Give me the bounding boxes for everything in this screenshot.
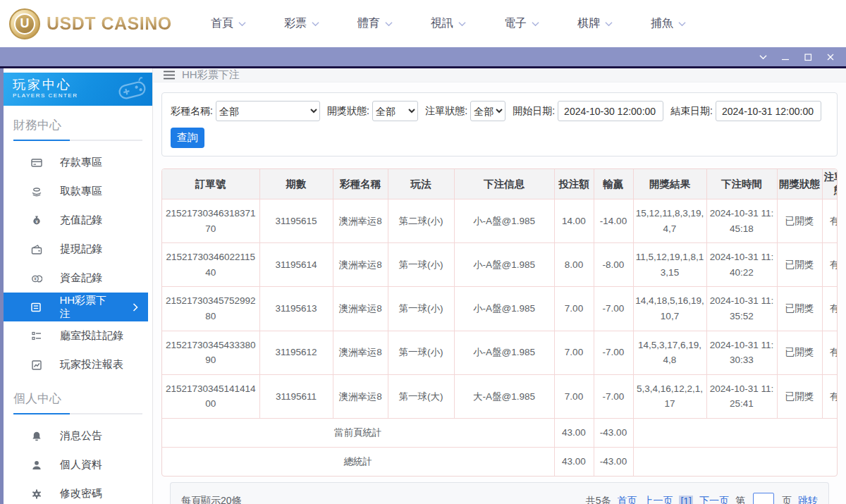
svg-text:¥: ¥ bbox=[35, 219, 38, 223]
end-date-input[interactable] bbox=[716, 101, 821, 121]
order-status-select[interactable]: 全部 bbox=[470, 101, 505, 121]
nav-item-label: 捕魚 bbox=[651, 16, 673, 31]
table-cell: -8.00 bbox=[594, 243, 633, 287]
table-cell: 2152173034631837170 bbox=[162, 199, 259, 243]
sidebar-item-廳室投註記錄[interactable]: 廳室投註記錄 bbox=[4, 321, 152, 350]
column-header: 下注時間 bbox=[706, 169, 777, 199]
nav-item-label: 電子 bbox=[504, 16, 527, 31]
search-button[interactable]: 查詢 bbox=[171, 128, 204, 148]
jump-action-link[interactable]: 跳转 bbox=[798, 495, 818, 504]
sidebar-item-label: 消息公告 bbox=[60, 429, 102, 443]
draw-status-select[interactable]: 全部 bbox=[372, 101, 418, 121]
sidebar-item-label: 充值記錄 bbox=[60, 214, 102, 227]
summary-empty-cell bbox=[633, 418, 838, 447]
table-cell: 31195615 bbox=[259, 199, 333, 243]
table-cell: 2024-10-31 11:30:33 bbox=[706, 331, 777, 374]
sidebar-item-提現記錄[interactable]: 提現記錄 bbox=[4, 235, 152, 264]
table-cell: 澳洲幸运8 bbox=[333, 243, 388, 287]
brand-logo[interactable]: U USDT CASINO bbox=[0, 8, 182, 39]
bets-table-card: 訂單號期數彩種名稱玩法下注信息投注額輸贏開獎結果下注時間開獎狀態注單狀態 215… bbox=[161, 168, 838, 477]
column-header: 訂單號 bbox=[162, 169, 259, 199]
sidebar-item-HH彩票下注[interactable]: HH彩票下注 bbox=[4, 293, 148, 321]
bell-icon bbox=[31, 431, 42, 442]
table-cell: -14.00 bbox=[594, 199, 633, 243]
section-underline bbox=[13, 413, 142, 414]
table-cell: 14.00 bbox=[554, 199, 594, 243]
prev-page-link[interactable]: 上一页 bbox=[643, 495, 673, 504]
lottery-name-label: 彩種名稱: bbox=[171, 105, 213, 118]
table-cell: 有效 bbox=[822, 331, 838, 374]
page-title: HH彩票下注 bbox=[182, 68, 240, 82]
page-size-text: 每頁顯示20條 bbox=[181, 495, 242, 504]
next-page-link[interactable]: 下一页 bbox=[699, 495, 729, 504]
column-header: 開獎結果 bbox=[633, 169, 706, 199]
table-header-row: 訂單號期數彩種名稱玩法下注信息投注額輸贏開獎結果下注時間開獎狀態注單狀態 bbox=[162, 169, 838, 199]
column-header: 開獎狀態 bbox=[777, 169, 822, 199]
table-cell: 有效 bbox=[822, 374, 838, 418]
sidebar-item-label: 提現記錄 bbox=[60, 242, 102, 256]
sidebar-item-充值記錄[interactable]: ¥ 充值記錄 bbox=[4, 206, 152, 235]
table-cell: 已開獎 bbox=[777, 374, 822, 418]
nav-item-3[interactable]: 視訊 bbox=[412, 16, 485, 31]
chevron-down-icon[interactable] bbox=[759, 54, 767, 60]
sidebar-item-消息公告[interactable]: 消息公告 bbox=[4, 422, 152, 450]
table-cell: 2024-10-31 11:25:41 bbox=[706, 374, 777, 418]
nav-item-5[interactable]: 棋牌 bbox=[558, 16, 632, 31]
nav-item-4[interactable]: 電子 bbox=[485, 16, 558, 31]
column-header: 彩種名稱 bbox=[333, 169, 388, 199]
sidebar-item-個人資料[interactable]: 個人資料 bbox=[4, 450, 152, 479]
nav-menu: 首頁 彩票 體育 視訊 電子 棋牌 捕魚 bbox=[192, 16, 705, 31]
column-header: 輸贏 bbox=[594, 169, 633, 199]
sidebar-item-取款專區[interactable]: 取款專區 bbox=[4, 177, 152, 206]
nav-item-label: 彩票 bbox=[284, 16, 307, 31]
money-bag-icon: ¥ bbox=[31, 215, 42, 226]
table-cell: 2152173034514141400 bbox=[162, 374, 259, 418]
brand-name: USDT CASINO bbox=[47, 13, 172, 34]
nav-item-0[interactable]: 首頁 bbox=[192, 16, 265, 31]
total-count-text: 共5条 bbox=[586, 495, 611, 504]
table-cell: 小-A盤@1.985 bbox=[454, 243, 554, 287]
summary-label: 總統計 bbox=[162, 447, 554, 476]
close-icon[interactable] bbox=[826, 53, 835, 61]
table-row: 215217303451414140031195611澳洲幸运8第一球(大)大-… bbox=[162, 374, 838, 418]
table-cell: 31195612 bbox=[259, 331, 333, 374]
hamburger-icon[interactable] bbox=[164, 70, 175, 80]
table-cell: 8.00 bbox=[554, 243, 594, 287]
table-cell: 31195614 bbox=[259, 243, 333, 287]
nav-item-1[interactable]: 彩票 bbox=[265, 16, 338, 31]
current-page-badge: [1] bbox=[679, 496, 693, 504]
sidebar-item-資金記錄[interactable]: ¥ 資金記錄 bbox=[4, 264, 152, 293]
sidebar-item-修改密碼[interactable]: 修改密碼 bbox=[4, 479, 152, 504]
table-cell: 澳洲幸运8 bbox=[333, 374, 388, 418]
sidebar-item-label: HH彩票下注 bbox=[59, 294, 115, 321]
table-body: 215217303463183717031195615澳洲幸运8第二球(小)小-… bbox=[162, 199, 838, 477]
jump-page-input[interactable] bbox=[753, 493, 774, 504]
summary-row: 當前頁統計 43.00 -43.00 bbox=[162, 418, 838, 447]
column-header: 投注額 bbox=[554, 169, 594, 199]
chevron-right-icon bbox=[133, 303, 138, 312]
chevron-down-icon bbox=[532, 21, 539, 27]
table-cell: 15,12,11,8,3,19,4,7 bbox=[633, 199, 706, 243]
summary-empty-cell bbox=[633, 447, 838, 476]
lottery-name-select[interactable]: 全部 bbox=[216, 101, 320, 121]
table-cell: 2152173034543338090 bbox=[162, 331, 259, 374]
table-cell: 7.00 bbox=[554, 287, 594, 331]
first-page-link[interactable]: 首页 bbox=[617, 495, 637, 504]
sidebar-item-存款專區[interactable]: 存款專區 bbox=[4, 148, 152, 177]
wallet-icon bbox=[31, 244, 42, 255]
user-icon bbox=[31, 460, 42, 471]
table-cell: 2024-10-31 11:35:52 bbox=[706, 287, 777, 331]
report-chart-icon bbox=[31, 359, 42, 371]
chevron-down-icon bbox=[238, 21, 246, 27]
sidebar: 玩家中心 PLAYERS CENTER 財務中心 存款專區 取款專區¥ 充值記錄… bbox=[4, 68, 153, 504]
breadcrumb: HH彩票下注 bbox=[153, 68, 846, 82]
table-cell: 小-A盤@1.985 bbox=[454, 331, 554, 374]
nav-item-6[interactable]: 捕魚 bbox=[632, 16, 705, 31]
sidebar-item-玩家投注報表[interactable]: 玩家投注報表 bbox=[4, 350, 152, 379]
coins-icon: ¥ bbox=[31, 273, 42, 284]
summary-bet-total: 43.00 bbox=[554, 447, 594, 476]
start-date-input[interactable] bbox=[558, 101, 663, 121]
maximize-icon[interactable] bbox=[804, 53, 812, 61]
nav-item-2[interactable]: 體育 bbox=[338, 16, 412, 31]
minimize-icon[interactable] bbox=[781, 53, 790, 61]
